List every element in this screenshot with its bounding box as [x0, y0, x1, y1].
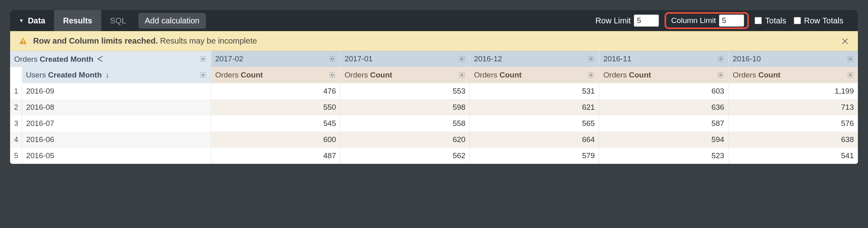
row-totals-checkbox-group[interactable]: Row Totals: [794, 16, 843, 25]
data-cell[interactable]: 476: [211, 83, 340, 99]
data-cell[interactable]: 576: [728, 115, 858, 132]
data-cell[interactable]: 523: [599, 148, 729, 164]
data-cell[interactable]: 587: [599, 115, 729, 132]
gear-icon[interactable]: [329, 71, 336, 79]
row-field-header[interactable]: Users Created Month ↓: [22, 67, 211, 83]
gear-icon[interactable]: [587, 71, 595, 79]
gear-icon[interactable]: [199, 71, 207, 79]
pivot-col-0[interactable]: 2017-02: [211, 51, 340, 67]
row-number: 5: [10, 148, 22, 164]
close-icon[interactable]: [841, 37, 849, 46]
results-tab[interactable]: Results: [54, 10, 101, 31]
pivot-field-header[interactable]: Orders Created Month ᐸ: [10, 51, 211, 67]
table-row: 3 2016-07 545 558 565 587 576: [10, 115, 858, 132]
data-cell[interactable]: 562: [340, 148, 470, 164]
measure-header-0[interactable]: Orders Count: [211, 67, 340, 83]
data-cell[interactable]: 487: [211, 148, 340, 164]
warning-icon: [19, 37, 27, 46]
table-row: 1 2016-09 476 553 531 603 1,199: [10, 83, 858, 99]
data-tab[interactable]: ▼ Data: [10, 10, 54, 31]
add-calculation-label: Add calculation: [145, 16, 200, 25]
gear-icon[interactable]: [717, 71, 724, 79]
totals-label: Totals: [765, 16, 786, 25]
svg-point-8: [720, 58, 722, 60]
data-cell[interactable]: 620: [340, 132, 470, 148]
row-label[interactable]: 2016-05: [22, 148, 211, 164]
table-row: 2 2016-08 550 598 621 636 713: [10, 99, 858, 115]
gear-icon[interactable]: [458, 71, 465, 79]
gear-icon[interactable]: [458, 55, 465, 63]
column-limit-label: Column Limit: [671, 16, 716, 25]
gear-icon[interactable]: [587, 55, 595, 63]
measure-header-4[interactable]: Orders Count: [728, 67, 858, 83]
sql-tab[interactable]: SQL: [101, 10, 135, 31]
row-limit-label: Row Limit: [595, 16, 631, 25]
data-cell[interactable]: 638: [728, 132, 858, 148]
table-row: 5 2016-05 487 562 579 523 541: [10, 148, 858, 164]
row-limit-group: Row Limit: [595, 15, 659, 27]
measure-header-3[interactable]: Orders Count: [599, 67, 729, 83]
data-cell[interactable]: 621: [470, 99, 599, 115]
data-cell[interactable]: 600: [211, 132, 340, 148]
pivot-col-1[interactable]: 2017-01: [340, 51, 470, 67]
pivot-col-0-label: 2017-02: [215, 54, 243, 63]
data-cell[interactable]: 1,199: [728, 83, 858, 99]
caret-down-icon: ▼: [19, 18, 24, 23]
data-cell[interactable]: 541: [728, 148, 858, 164]
data-tab-label: Data: [28, 16, 45, 25]
gear-icon[interactable]: [199, 55, 207, 63]
data-cell[interactable]: 558: [340, 115, 470, 132]
svg-point-13: [590, 74, 592, 76]
data-cell[interactable]: 553: [340, 83, 470, 99]
warning-bold-text: Row and Column limits reached.: [33, 36, 158, 45]
gear-icon[interactable]: [717, 55, 724, 63]
pivot-col-3[interactable]: 2016-11: [599, 51, 729, 67]
gear-icon[interactable]: [329, 55, 336, 63]
data-cell[interactable]: 545: [211, 115, 340, 132]
row-limit-input[interactable]: [634, 15, 659, 27]
data-cell[interactable]: 579: [470, 148, 599, 164]
sql-tab-label: SQL: [110, 16, 126, 25]
data-cell[interactable]: 713: [728, 99, 858, 115]
data-cell[interactable]: 550: [211, 99, 340, 115]
svg-point-11: [331, 74, 333, 76]
row-totals-label: Row Totals: [804, 16, 843, 25]
table-row: 4 2016-06 600 620 664 594 638: [10, 132, 858, 148]
gear-icon[interactable]: [847, 55, 854, 63]
row-number: 4: [10, 132, 22, 148]
data-cell[interactable]: 594: [599, 132, 729, 148]
toolbar: ▼ Data Results SQL Add calculation Row L…: [10, 10, 858, 31]
totals-checkbox-group[interactable]: Totals: [755, 16, 786, 25]
gear-icon[interactable]: [847, 71, 854, 79]
pivot-col-1-label: 2017-01: [344, 54, 373, 63]
row-label[interactable]: 2016-07: [22, 115, 211, 132]
pivot-col-2-label: 2016-12: [474, 54, 502, 63]
row-totals-checkbox[interactable]: [794, 17, 801, 24]
pivot-header-row: Orders Created Month ᐸ 2017-02 2017-01 2…: [10, 51, 858, 67]
row-number: 1: [10, 83, 22, 99]
chevron-left-icon: ᐸ: [95, 55, 103, 63]
row-label[interactable]: 2016-08: [22, 99, 211, 115]
row-label[interactable]: 2016-06: [22, 132, 211, 148]
warning-banner: Row and Column limits reached. Results m…: [10, 31, 858, 51]
add-calculation-button[interactable]: Add calculation: [138, 13, 206, 29]
pivot-col-4[interactable]: 2016-10: [728, 51, 858, 67]
measure-header-2[interactable]: Orders Count: [470, 67, 599, 83]
data-cell[interactable]: 603: [599, 83, 729, 99]
row-number: 2: [10, 99, 22, 115]
pivot-col-2[interactable]: 2016-12: [470, 51, 599, 67]
pivot-col-3-label: 2016-11: [603, 54, 631, 63]
totals-checkbox[interactable]: [755, 17, 762, 24]
svg-point-6: [461, 58, 463, 60]
data-cell[interactable]: 664: [470, 132, 599, 148]
warning-rest-text: Results may be incomplete: [158, 36, 257, 45]
row-label[interactable]: 2016-09: [22, 83, 211, 99]
pivot-col-4-label: 2016-10: [733, 54, 761, 63]
data-cell[interactable]: 598: [340, 99, 470, 115]
data-cell[interactable]: 636: [599, 99, 729, 115]
arrow-down-icon: ↓: [103, 71, 109, 79]
column-limit-input[interactable]: [719, 15, 744, 27]
data-cell[interactable]: 531: [470, 83, 599, 99]
measure-header-1[interactable]: Orders Count: [340, 67, 470, 83]
data-cell[interactable]: 565: [470, 115, 599, 132]
